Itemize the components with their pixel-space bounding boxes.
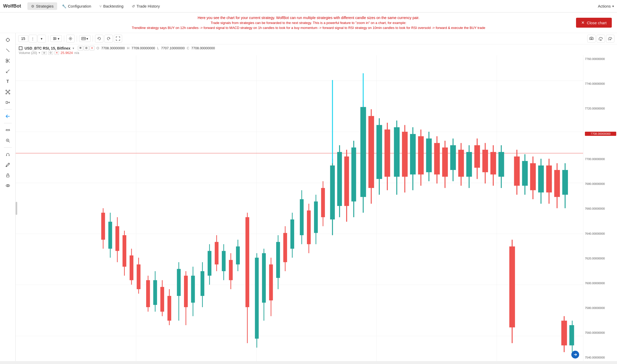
- toolbar-cloud-download-button[interactable]: [597, 35, 605, 43]
- svg-rect-178: [554, 170, 560, 197]
- svg-rect-43: [7, 175, 9, 177]
- svg-rect-146: [426, 138, 432, 172]
- toolbar-candle-button[interactable]: ▾: [50, 35, 62, 42]
- sidebar-back-arrow-icon[interactable]: [3, 112, 13, 121]
- interval-button[interactable]: 15: [18, 35, 28, 42]
- svg-rect-148: [434, 143, 440, 174]
- settings-icon: [68, 37, 73, 41]
- chart-dropdown-icon[interactable]: ▾: [73, 46, 74, 50]
- nav-configuration-label: Configuration: [68, 4, 91, 8]
- sidebar-crosshair-icon[interactable]: [3, 35, 13, 45]
- svg-rect-46: [54, 38, 55, 40]
- sidebar-text-icon[interactable]: T: [3, 77, 13, 86]
- svg-rect-112: [290, 220, 294, 249]
- toolbar-dots-button[interactable]: ⋮: [29, 35, 37, 43]
- nav-strategies[interactable]: ⚙ Strategies: [27, 2, 57, 10]
- svg-rect-110: [283, 233, 287, 262]
- low-value: 7707.10000000: [161, 46, 185, 50]
- sidebar-divider-1: [4, 109, 12, 110]
- svg-rect-142: [410, 134, 416, 174]
- svg-rect-100: [245, 217, 249, 307]
- toolbar-settings-button[interactable]: [66, 35, 75, 43]
- candle-group-8: [330, 141, 356, 235]
- candle-group-7: [300, 181, 325, 253]
- svg-rect-152: [450, 145, 456, 170]
- svg-rect-156: [466, 152, 472, 177]
- sidebar-zoom-in-icon[interactable]: [3, 136, 13, 145]
- svg-line-20: [7, 92, 8, 93]
- toolbar-sep-1: [48, 35, 48, 42]
- nav-items: ⚙ Strategies 🔧 Configuration ⑂ Backtesti…: [27, 2, 598, 10]
- sidebar-ruler-icon[interactable]: [3, 125, 13, 135]
- high-value: 7709.00000000: [132, 46, 155, 50]
- toolbar-fullscreen-button[interactable]: [114, 35, 122, 43]
- toolbar-undo-button[interactable]: [95, 35, 103, 43]
- candle-group-6: [255, 213, 294, 348]
- svg-rect-126: [344, 156, 349, 206]
- app-logo: WolfBot: [3, 3, 25, 9]
- nav-strategies-label: Strategies: [36, 4, 54, 8]
- sidebar-cursor-icon[interactable]: [3, 46, 13, 55]
- chart-eye-control[interactable]: 👁: [78, 46, 83, 50]
- sidebar-projections-icon[interactable]: [3, 98, 13, 107]
- svg-line-33: [9, 141, 10, 142]
- toolbar-sep-4: [93, 35, 93, 42]
- svg-rect-170: [522, 161, 528, 186]
- sidebar-lock-closed-icon[interactable]: [3, 171, 13, 180]
- interval-group: 15 ⋮ ▾: [18, 35, 46, 43]
- svg-rect-176: [546, 166, 552, 193]
- price-label-5: 7680.00000000: [585, 182, 615, 185]
- price-label-9: 7600.00000000: [585, 282, 615, 285]
- toolbar-cloud-upload-button[interactable]: [606, 35, 614, 43]
- volume-remove-control[interactable]: ✕: [55, 51, 59, 55]
- svg-rect-186: [569, 325, 574, 345]
- nav-actions[interactable]: Actions ▾: [598, 4, 614, 8]
- price-label-11: 7560.00000000: [585, 331, 615, 334]
- sidebar-measure-icon[interactable]: [3, 66, 13, 76]
- sidebar-eye-icon[interactable]: [3, 181, 13, 190]
- candle-group-9: [360, 100, 390, 213]
- volume-dropdown[interactable]: ▾: [39, 51, 40, 54]
- svg-rect-132: [369, 116, 374, 188]
- volume-eye-control[interactable]: 👁: [42, 51, 47, 55]
- symbol-square-icon: [19, 46, 22, 50]
- candle-group-10: [333, 73, 504, 195]
- go-to-latest-button[interactable]: [571, 351, 579, 359]
- sidebar-node-icon[interactable]: [3, 87, 13, 97]
- svg-rect-49: [55, 38, 56, 39]
- toolbar-camera-button[interactable]: [587, 35, 596, 43]
- nav-backtesting-label: Backtesting: [103, 4, 123, 8]
- toolbar-interval-dropdown[interactable]: ▾: [38, 35, 46, 43]
- price-label-4: 7700.00000000: [585, 157, 615, 161]
- candle-group: ▾: [50, 35, 62, 42]
- cloud-upload-icon: [608, 37, 612, 41]
- svg-rect-118: [314, 202, 318, 233]
- volume-info-row: Volume (20) ▾ 👁 ⚙ ✕ 25.9624 n/a: [19, 51, 614, 55]
- price-label-12: 7540.00000000: [585, 356, 615, 359]
- sidebar-magnet-icon[interactable]: [3, 150, 13, 159]
- sidebar-scissors-icon[interactable]: [3, 56, 13, 65]
- chart-remove-control[interactable]: ✕: [90, 46, 94, 50]
- toolbar-indicators-button[interactable]: ▾: [79, 35, 91, 42]
- close-chart-label: Close chart: [587, 21, 607, 25]
- camera-icon: [589, 37, 594, 41]
- close-value: 7708.00000000: [191, 46, 215, 50]
- svg-rect-96: [229, 260, 233, 280]
- chart-symbol-controls: 👁 ⚙ ✕: [78, 46, 94, 50]
- sidebar-annotate-icon[interactable]: [3, 160, 13, 169]
- nav-configuration[interactable]: 🔧 Configuration: [58, 2, 95, 10]
- nav-trade-history[interactable]: ↺ Trade History: [128, 2, 163, 10]
- chart-settings-control[interactable]: ⚙: [84, 46, 89, 50]
- svg-point-45: [7, 185, 8, 186]
- svg-rect-160: [482, 150, 488, 172]
- candle-group-11: [514, 150, 568, 208]
- svg-rect-162: [490, 152, 496, 174]
- volume-settings-control[interactable]: ⚙: [48, 51, 53, 55]
- actions-label: Actions: [598, 4, 611, 8]
- nav-backtesting[interactable]: ⑂ Backtesting: [96, 2, 127, 10]
- toolbar-redo-button[interactable]: [104, 35, 113, 43]
- svg-rect-22: [6, 101, 8, 104]
- chart-resize-handle[interactable]: [16, 202, 17, 215]
- volume-value: 25.9624: [61, 51, 73, 55]
- close-chart-button[interactable]: ✕ Close chart: [576, 18, 612, 28]
